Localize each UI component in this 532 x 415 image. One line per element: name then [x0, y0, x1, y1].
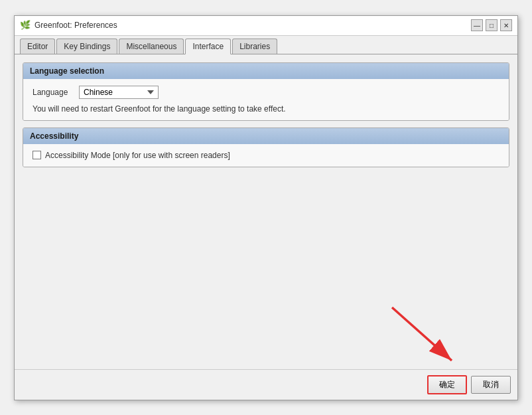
- language-dropdown[interactable]: System default Chinese English French Ge…: [79, 86, 159, 99]
- cancel-button[interactable]: 取消: [471, 376, 511, 394]
- language-section-body: Language System default Chinese English …: [23, 79, 509, 120]
- tab-libraries[interactable]: Libraries: [232, 39, 277, 54]
- main-content: Language selection Language System defau…: [15, 54, 517, 369]
- accessibility-section-body: Accessibility Mode [only for use with sc…: [23, 144, 509, 167]
- window-title: Greenfoot: Preferences: [34, 21, 117, 30]
- tab-editor[interactable]: Editor: [20, 39, 55, 54]
- title-bar: 🌿 Greenfoot: Preferences — □ ✕: [15, 16, 517, 36]
- maximize-button[interactable]: □: [486, 19, 498, 31]
- accessibility-label: Accessibility Mode [only for use with sc…: [45, 151, 230, 160]
- close-button[interactable]: ✕: [500, 19, 512, 31]
- language-section: Language selection Language System defau…: [23, 62, 509, 121]
- ok-button[interactable]: 确定: [427, 375, 467, 394]
- tab-keybindings[interactable]: Key Bindings: [56, 39, 117, 54]
- accessibility-section-header: Accessibility: [23, 128, 509, 144]
- language-row: Language System default Chinese English …: [33, 86, 499, 99]
- language-label: Language: [33, 88, 72, 97]
- window-controls: — □ ✕: [471, 19, 512, 31]
- tab-miscellaneous[interactable]: Miscellaneous: [119, 39, 184, 54]
- preferences-window: 🌿 Greenfoot: Preferences — □ ✕ Editor Ke…: [14, 15, 518, 400]
- accessibility-section: Accessibility Accessibility Mode [only f…: [23, 127, 509, 167]
- tab-bar: Editor Key Bindings Miscellaneous Interf…: [15, 36, 517, 54]
- minimize-button[interactable]: —: [471, 19, 483, 31]
- accessibility-row: Accessibility Mode [only for use with sc…: [33, 151, 499, 160]
- restart-note: You will need to restart Greenfoot for t…: [33, 104, 499, 114]
- tab-interface[interactable]: Interface: [185, 39, 231, 54]
- bottom-bar: 确定 取消: [15, 369, 517, 400]
- accessibility-checkbox[interactable]: [33, 151, 41, 159]
- app-icon: 🌿: [20, 20, 31, 31]
- language-section-header: Language selection: [23, 63, 509, 79]
